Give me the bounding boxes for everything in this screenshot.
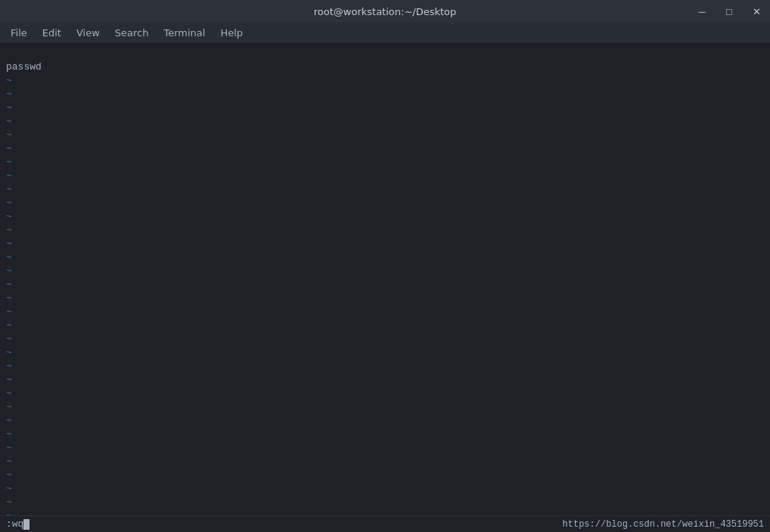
maximize-button[interactable]: □: [716, 0, 743, 23]
menu-help[interactable]: Help: [213, 24, 250, 42]
menu-view[interactable]: View: [69, 24, 107, 42]
editor-content: passwd ~ ~ ~ ~ ~ ~ ~ ~ ~ ~ ~ ~ ~ ~ ~ ~ ~…: [0, 44, 770, 532]
menu-terminal[interactable]: Terminal: [156, 24, 213, 42]
editor-area[interactable]: passwd ~ ~ ~ ~ ~ ~ ~ ~ ~ ~ ~ ~ ~ ~ ~ ~ ~…: [0, 44, 770, 532]
window-title: root@workstation:~/Desktop: [314, 6, 457, 17]
menu-edit[interactable]: Edit: [35, 24, 69, 42]
command-text: :wq: [6, 518, 23, 530]
title-bar: root@workstation:~/Desktop ─ □ ✕: [0, 0, 770, 23]
menu-bar: File Edit View Search Terminal Help: [0, 23, 770, 44]
cursor-block: [23, 519, 29, 530]
first-line: passwd: [6, 61, 42, 73]
menu-file[interactable]: File: [3, 24, 35, 42]
minimize-button[interactable]: ─: [688, 0, 716, 23]
status-line: :wq https://blog.csdn.net/weixin_4351995…: [0, 515, 770, 532]
close-button[interactable]: ✕: [743, 0, 770, 23]
command-input: :wq: [6, 518, 29, 530]
url-text: https://blog.csdn.net/weixin_43519951: [563, 519, 764, 530]
window-controls: ─ □ ✕: [688, 0, 770, 23]
tilde-lines: ~ ~ ~ ~ ~ ~ ~ ~ ~ ~ ~ ~ ~ ~ ~ ~ ~ ~ ~ ~ …: [6, 75, 12, 532]
menu-search[interactable]: Search: [107, 24, 157, 42]
